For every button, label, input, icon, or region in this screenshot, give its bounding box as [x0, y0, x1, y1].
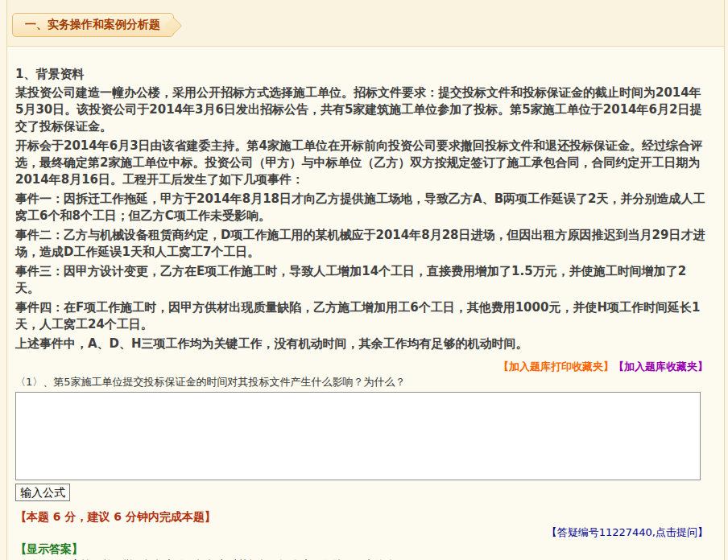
add-print-favorites-link[interactable]: 【加入题库打印收藏夹】: [498, 360, 614, 373]
section-title: 一、实务操作和案例分析题: [25, 18, 160, 31]
background-paragraph: 事件三：因甲方设计变更，乙方在E项工作施工时，导致人工增加14个工日，直接费用增…: [15, 263, 708, 297]
qa-number-link[interactable]: 【答疑编号11227440,点击提问】: [547, 526, 708, 538]
background-paragraph: 事件四：在F项工作施工时，因甲方供材出现质量缺陷，乙方施工增加用工6个工日，其他…: [15, 299, 708, 333]
qa-link-row: 【答疑编号11227440,点击提问】: [15, 526, 708, 539]
question-content: 1、背景资料 某投资公司建造一幢办公楼，采用公开招标方式选择施工单位。招标文件要…: [7, 47, 724, 560]
section-title-tab: 一、实务操作和案例分析题: [12, 13, 174, 37]
background-paragraph: 上述事件中，A、D、H三项工作均为关键工作，没有机动时间，其余工作均有足够的机动…: [15, 336, 708, 352]
background-heading: 1、背景资料: [15, 66, 708, 83]
answer-textarea-1[interactable]: [15, 392, 701, 480]
section-header: 一、实务操作和案例分析题: [7, 0, 724, 47]
favorites-links-row: 【加入题库打印收藏夹】【加入题库收藏夹】: [15, 360, 708, 373]
show-answer-link[interactable]: 【显示答案】: [15, 542, 83, 555]
show-answer-row: 【显示答案】: [15, 541, 708, 556]
background-paragraph: 事件二：乙方与机械设备租赁商约定，D项工作施工用的某机械应于2014年8月28日…: [15, 227, 708, 261]
page-panel: 一、实务操作和案例分析题 1、背景资料 某投资公司建造一幢办公楼，采用公开招标方…: [6, 0, 725, 560]
background-paragraph: 某投资公司建造一幢办公楼，采用公开招标方式选择施工单位。招标文件要求：提交投标文…: [15, 84, 708, 135]
background-paragraph: 开标会于2014年6月3日由该省建委主持。第4家施工单位在开标前向投资公司要求撤…: [15, 138, 708, 188]
background-paragraph: 事件一：因拆迁工作拖延，甲方于2014年8月18日才向乙方提供施工场地，导致乙方…: [15, 191, 708, 224]
insert-formula-button[interactable]: 输入公式: [15, 484, 70, 501]
add-favorites-link[interactable]: 【加入题库收藏夹】: [614, 360, 708, 373]
score-note: 【本题 6 分，建议 6 分钟内完成本题】: [15, 509, 708, 524]
question-1-label: 〈1〉、第5家施工单位提交投标保证金的时间对其投标文件产生什么影响？为什么？: [15, 375, 708, 389]
